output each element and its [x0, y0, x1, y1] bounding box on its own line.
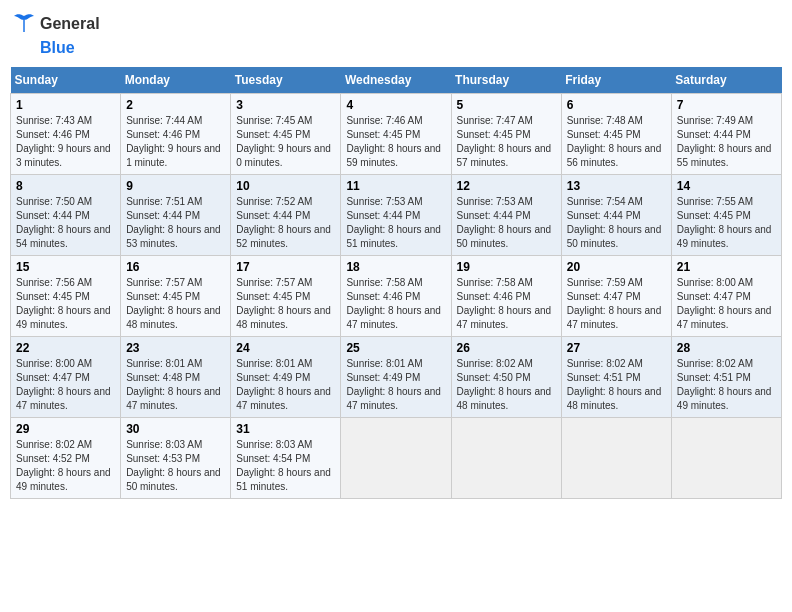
calendar-cell [561, 418, 671, 499]
day-info: Sunrise: 7:57 AMSunset: 4:45 PMDaylight:… [236, 277, 331, 330]
day-info: Sunrise: 8:02 AMSunset: 4:51 PMDaylight:… [567, 358, 662, 411]
calendar-cell: 30 Sunrise: 8:03 AMSunset: 4:53 PMDaylig… [121, 418, 231, 499]
calendar-cell: 20 Sunrise: 7:59 AMSunset: 4:47 PMDaylig… [561, 256, 671, 337]
calendar-week-row: 15 Sunrise: 7:56 AMSunset: 4:45 PMDaylig… [11, 256, 782, 337]
day-info: Sunrise: 8:01 AMSunset: 4:48 PMDaylight:… [126, 358, 221, 411]
day-number: 22 [16, 341, 115, 355]
day-info: Sunrise: 7:47 AMSunset: 4:45 PMDaylight:… [457, 115, 552, 168]
day-number: 28 [677, 341, 776, 355]
header-sunday: Sunday [11, 67, 121, 94]
day-number: 2 [126, 98, 225, 112]
calendar-cell: 9 Sunrise: 7:51 AMSunset: 4:44 PMDayligh… [121, 175, 231, 256]
day-number: 16 [126, 260, 225, 274]
calendar-cell: 12 Sunrise: 7:53 AMSunset: 4:44 PMDaylig… [451, 175, 561, 256]
day-number: 13 [567, 179, 666, 193]
calendar-cell: 4 Sunrise: 7:46 AMSunset: 4:45 PMDayligh… [341, 94, 451, 175]
calendar-week-row: 8 Sunrise: 7:50 AMSunset: 4:44 PMDayligh… [11, 175, 782, 256]
day-number: 14 [677, 179, 776, 193]
calendar-cell: 25 Sunrise: 8:01 AMSunset: 4:49 PMDaylig… [341, 337, 451, 418]
weekday-header-row: Sunday Monday Tuesday Wednesday Thursday… [11, 67, 782, 94]
day-number: 5 [457, 98, 556, 112]
header-wednesday: Wednesday [341, 67, 451, 94]
header-monday: Monday [121, 67, 231, 94]
calendar-cell: 21 Sunrise: 8:00 AMSunset: 4:47 PMDaylig… [671, 256, 781, 337]
day-number: 29 [16, 422, 115, 436]
day-info: Sunrise: 7:58 AMSunset: 4:46 PMDaylight:… [346, 277, 441, 330]
day-number: 27 [567, 341, 666, 355]
day-number: 17 [236, 260, 335, 274]
day-info: Sunrise: 7:55 AMSunset: 4:45 PMDaylight:… [677, 196, 772, 249]
day-info: Sunrise: 7:45 AMSunset: 4:45 PMDaylight:… [236, 115, 331, 168]
day-info: Sunrise: 8:02 AMSunset: 4:50 PMDaylight:… [457, 358, 552, 411]
logo-bird-icon [10, 10, 38, 38]
logo-general: General [40, 14, 100, 33]
day-info: Sunrise: 8:02 AMSunset: 4:51 PMDaylight:… [677, 358, 772, 411]
day-number: 6 [567, 98, 666, 112]
day-info: Sunrise: 7:46 AMSunset: 4:45 PMDaylight:… [346, 115, 441, 168]
calendar-cell: 24 Sunrise: 8:01 AMSunset: 4:49 PMDaylig… [231, 337, 341, 418]
day-number: 11 [346, 179, 445, 193]
page-header: General Blue [10, 10, 782, 57]
calendar-cell: 27 Sunrise: 8:02 AMSunset: 4:51 PMDaylig… [561, 337, 671, 418]
day-number: 24 [236, 341, 335, 355]
calendar-cell: 16 Sunrise: 7:57 AMSunset: 4:45 PMDaylig… [121, 256, 231, 337]
calendar-cell: 28 Sunrise: 8:02 AMSunset: 4:51 PMDaylig… [671, 337, 781, 418]
calendar-cell: 5 Sunrise: 7:47 AMSunset: 4:45 PMDayligh… [451, 94, 561, 175]
day-info: Sunrise: 8:03 AMSunset: 4:54 PMDaylight:… [236, 439, 331, 492]
day-info: Sunrise: 8:01 AMSunset: 4:49 PMDaylight:… [346, 358, 441, 411]
logo-blue: Blue [40, 38, 75, 57]
calendar-cell [341, 418, 451, 499]
day-info: Sunrise: 8:00 AMSunset: 4:47 PMDaylight:… [677, 277, 772, 330]
calendar-cell: 8 Sunrise: 7:50 AMSunset: 4:44 PMDayligh… [11, 175, 121, 256]
day-info: Sunrise: 8:03 AMSunset: 4:53 PMDaylight:… [126, 439, 221, 492]
day-number: 21 [677, 260, 776, 274]
day-number: 19 [457, 260, 556, 274]
day-number: 3 [236, 98, 335, 112]
day-info: Sunrise: 7:53 AMSunset: 4:44 PMDaylight:… [346, 196, 441, 249]
day-info: Sunrise: 8:02 AMSunset: 4:52 PMDaylight:… [16, 439, 111, 492]
day-info: Sunrise: 7:48 AMSunset: 4:45 PMDaylight:… [567, 115, 662, 168]
logo: General Blue [10, 10, 100, 57]
day-number: 25 [346, 341, 445, 355]
day-number: 7 [677, 98, 776, 112]
day-number: 1 [16, 98, 115, 112]
day-info: Sunrise: 7:49 AMSunset: 4:44 PMDaylight:… [677, 115, 772, 168]
day-number: 18 [346, 260, 445, 274]
calendar-cell: 3 Sunrise: 7:45 AMSunset: 4:45 PMDayligh… [231, 94, 341, 175]
header-friday: Friday [561, 67, 671, 94]
day-number: 30 [126, 422, 225, 436]
calendar-cell: 14 Sunrise: 7:55 AMSunset: 4:45 PMDaylig… [671, 175, 781, 256]
calendar-cell: 10 Sunrise: 7:52 AMSunset: 4:44 PMDaylig… [231, 175, 341, 256]
calendar-cell: 1 Sunrise: 7:43 AMSunset: 4:46 PMDayligh… [11, 94, 121, 175]
calendar-cell: 6 Sunrise: 7:48 AMSunset: 4:45 PMDayligh… [561, 94, 671, 175]
header-tuesday: Tuesday [231, 67, 341, 94]
day-info: Sunrise: 7:57 AMSunset: 4:45 PMDaylight:… [126, 277, 221, 330]
calendar-cell: 13 Sunrise: 7:54 AMSunset: 4:44 PMDaylig… [561, 175, 671, 256]
calendar-cell: 23 Sunrise: 8:01 AMSunset: 4:48 PMDaylig… [121, 337, 231, 418]
day-number: 23 [126, 341, 225, 355]
day-info: Sunrise: 7:44 AMSunset: 4:46 PMDaylight:… [126, 115, 221, 168]
calendar-cell: 29 Sunrise: 8:02 AMSunset: 4:52 PMDaylig… [11, 418, 121, 499]
calendar-table: Sunday Monday Tuesday Wednesday Thursday… [10, 67, 782, 499]
calendar-week-row: 1 Sunrise: 7:43 AMSunset: 4:46 PMDayligh… [11, 94, 782, 175]
day-info: Sunrise: 7:51 AMSunset: 4:44 PMDaylight:… [126, 196, 221, 249]
day-number: 15 [16, 260, 115, 274]
day-number: 8 [16, 179, 115, 193]
calendar-cell: 18 Sunrise: 7:58 AMSunset: 4:46 PMDaylig… [341, 256, 451, 337]
calendar-cell: 26 Sunrise: 8:02 AMSunset: 4:50 PMDaylig… [451, 337, 561, 418]
header-saturday: Saturday [671, 67, 781, 94]
day-number: 12 [457, 179, 556, 193]
day-number: 20 [567, 260, 666, 274]
day-info: Sunrise: 7:56 AMSunset: 4:45 PMDaylight:… [16, 277, 111, 330]
day-info: Sunrise: 7:53 AMSunset: 4:44 PMDaylight:… [457, 196, 552, 249]
calendar-week-row: 29 Sunrise: 8:02 AMSunset: 4:52 PMDaylig… [11, 418, 782, 499]
header-thursday: Thursday [451, 67, 561, 94]
day-number: 31 [236, 422, 335, 436]
calendar-cell [671, 418, 781, 499]
day-info: Sunrise: 7:58 AMSunset: 4:46 PMDaylight:… [457, 277, 552, 330]
day-info: Sunrise: 7:54 AMSunset: 4:44 PMDaylight:… [567, 196, 662, 249]
calendar-cell [451, 418, 561, 499]
day-number: 10 [236, 179, 335, 193]
calendar-cell: 11 Sunrise: 7:53 AMSunset: 4:44 PMDaylig… [341, 175, 451, 256]
calendar-cell: 15 Sunrise: 7:56 AMSunset: 4:45 PMDaylig… [11, 256, 121, 337]
